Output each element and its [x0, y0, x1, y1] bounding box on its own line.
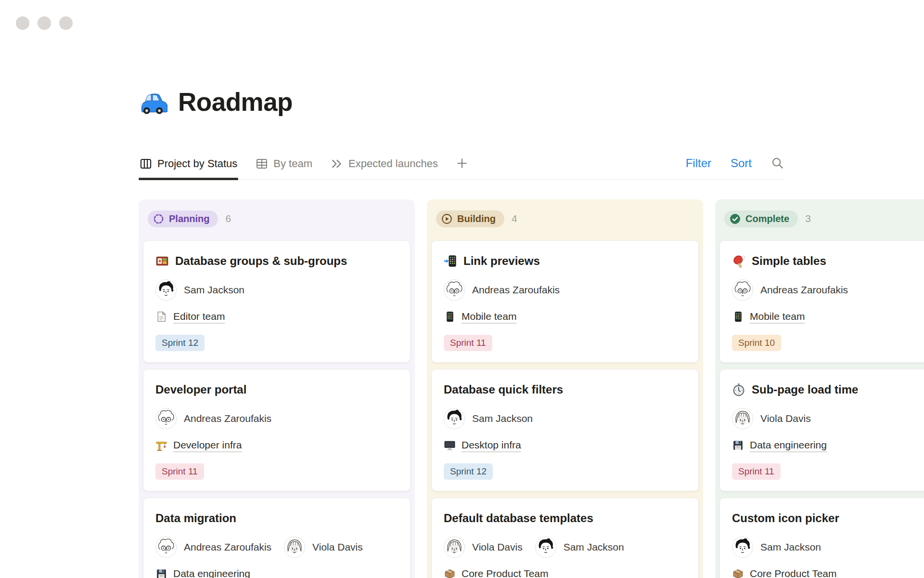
card[interactable]: Simple tablesAndreas ZaroufakisMobile te…: [719, 240, 924, 363]
people-row: Sam Jackson: [732, 537, 924, 558]
floppy-icon: [732, 439, 744, 451]
person-name: Sam Jackson: [760, 541, 821, 553]
card[interactable]: Default database templatesViola DavisSam…: [431, 498, 699, 578]
bento-icon: [155, 254, 169, 268]
view-toolbar: Filter Sort: [686, 157, 784, 179]
card-title: Link previews: [444, 254, 686, 268]
team-link[interactable]: Desktop infra: [462, 439, 521, 451]
avatar: [732, 279, 753, 301]
person: Andreas Zaroufakis: [732, 279, 848, 301]
kanban-board: Planning6Database groups & sub-groupsSam…: [139, 199, 924, 578]
card[interactable]: Developer portalAndreas ZaroufakisDevelo…: [143, 369, 411, 491]
card[interactable]: Data migrationAndreas ZaroufakisViola Da…: [143, 498, 411, 578]
sprint-badge: Sprint 11: [732, 463, 781, 480]
person: Andreas Zaroufakis: [444, 279, 560, 301]
team-link[interactable]: Mobile team: [750, 311, 805, 322]
card[interactable]: Database groups & sub-groupsSam JacksonE…: [143, 240, 411, 363]
status-badge-building[interactable]: Building: [436, 210, 504, 227]
package-icon: [444, 568, 456, 578]
avatar: [732, 408, 753, 429]
column-header-complete: Complete3: [719, 199, 924, 240]
person-name: Viola Davis: [472, 541, 523, 553]
card[interactable]: Sub-page load timeViola DavisData engine…: [719, 369, 924, 491]
card-title: Custom icon picker: [732, 511, 924, 525]
team-row: Mobile team: [444, 311, 686, 323]
tab-label: Project by Status: [157, 157, 237, 171]
avatar: [535, 537, 556, 558]
person: Sam Jackson: [535, 537, 624, 558]
card-title: Developer portal: [155, 382, 398, 397]
dashed-circle-icon: [153, 213, 165, 225]
people-row: Andreas Zaroufakis: [732, 279, 924, 301]
team-link[interactable]: Mobile team: [462, 311, 516, 322]
filter-button[interactable]: Filter: [686, 157, 711, 170]
column-count: 3: [805, 213, 811, 224]
card[interactable]: Custom icon pickerSam JacksonCore Produc…: [719, 498, 924, 578]
card-title: Simple tables: [732, 254, 924, 268]
window-controls[interactable]: [16, 16, 73, 30]
sprint-badge: Sprint 12: [444, 463, 493, 480]
tab-expected-launches[interactable]: Expected launches: [330, 157, 439, 179]
sprint-badge: Sprint 12: [155, 335, 205, 351]
page-title[interactable]: Roadmap: [178, 88, 293, 117]
page-title-row: Roadmap: [139, 88, 924, 117]
card-title: Sub-page load time: [732, 382, 924, 397]
team-row: Data engineering: [155, 568, 398, 578]
avatar: [155, 408, 177, 429]
team-link[interactable]: Data engineering: [173, 568, 250, 578]
card-title-text: Developer portal: [155, 382, 246, 397]
card-title-text: Simple tables: [752, 254, 826, 268]
view-bar: Project by StatusBy teamExpected launche…: [139, 157, 784, 180]
avatar: [444, 408, 465, 429]
status-badge-complete[interactable]: Complete: [724, 210, 798, 227]
card[interactable]: Database quick filtersSam JacksonDesktop…: [431, 369, 699, 491]
column-count: 6: [225, 213, 231, 224]
team-link[interactable]: Developer infra: [173, 439, 242, 451]
add-view-button[interactable]: [455, 157, 469, 170]
desktop-icon: [444, 439, 456, 451]
people-row: Andreas ZaroufakisViola Davis: [155, 537, 398, 558]
card-title: Database groups & sub-groups: [155, 254, 398, 268]
window-control-dot[interactable]: [59, 16, 73, 30]
person-name: Andreas Zaroufakis: [184, 413, 271, 424]
team-row: Data engineering: [732, 439, 924, 451]
sort-button[interactable]: Sort: [731, 157, 752, 170]
person-name: Sam Jackson: [184, 284, 244, 296]
person: Sam Jackson: [732, 537, 821, 558]
person-name: Viola Davis: [760, 413, 811, 424]
avatar: [444, 537, 465, 558]
paddle-icon: [732, 254, 745, 268]
tab-project-by-status[interactable]: Project by Status: [139, 157, 238, 179]
person: Andreas Zaroufakis: [155, 537, 271, 558]
table-icon: [256, 158, 268, 170]
window-control-dot[interactable]: [38, 16, 51, 30]
card-title-text: Custom icon picker: [732, 511, 839, 525]
board-column-planning: Planning6Database groups & sub-groupsSam…: [139, 199, 415, 578]
person: Sam Jackson: [155, 279, 244, 301]
card-title-text: Default database templates: [444, 511, 593, 525]
card-title-text: Database groups & sub-groups: [175, 254, 347, 268]
team-row: Mobile team: [732, 311, 924, 323]
card[interactable]: Link previewsAndreas ZaroufakisMobile te…: [431, 240, 699, 363]
status-badge-planning[interactable]: Planning: [148, 210, 218, 227]
person: Andreas Zaroufakis: [155, 408, 271, 429]
card-title: Default database templates: [444, 511, 686, 525]
tab-label: By team: [273, 157, 312, 171]
tab-by-team[interactable]: By team: [255, 157, 313, 179]
avatar: [284, 537, 305, 558]
card-title: Database quick filters: [444, 382, 686, 397]
car-icon: [139, 88, 167, 116]
column-header-planning: Planning6: [143, 199, 411, 240]
avatar: [732, 537, 753, 558]
team-link[interactable]: Core Product Team: [462, 568, 549, 578]
column-count: 4: [512, 213, 517, 224]
people-row: Sam Jackson: [155, 279, 398, 301]
sprint-badge: Sprint 11: [155, 463, 204, 480]
team-link[interactable]: Core Product Team: [750, 568, 837, 578]
team-link[interactable]: Data engineering: [750, 439, 827, 451]
team-link[interactable]: Editor team: [173, 311, 225, 322]
search-icon[interactable]: [771, 157, 784, 170]
window-control-dot[interactable]: [16, 16, 29, 30]
person-name: Sam Jackson: [472, 413, 533, 424]
team-row: Desktop infra: [444, 439, 686, 451]
